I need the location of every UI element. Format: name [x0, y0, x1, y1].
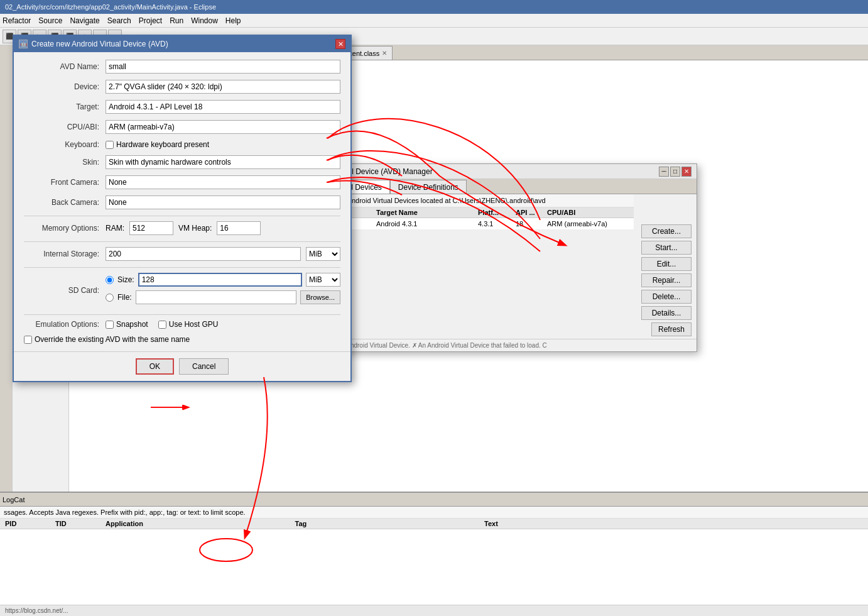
logcat-col-pid: PID — [5, 520, 55, 527]
avd-target-select-wrapper: Android 4.3.1 - API Level 18 — [106, 100, 340, 114]
avdmgr-table-header: ame Target Name Platf... API ... CPU/ABI — [321, 207, 634, 218]
avd-keyboard-label: Keyboard: — [24, 140, 106, 149]
avd-divider-2 — [24, 241, 340, 242]
logcat-col-app: Application — [106, 520, 295, 527]
avd-browse-button[interactable]: Browse... — [300, 290, 340, 304]
avd-emulation-row: Emulation Options: Snapshot Use Host GPU — [24, 320, 340, 329]
avd-sdcard-size-input[interactable] — [138, 273, 302, 287]
status-bar: https://blog.csdn.net/... — [0, 605, 868, 616]
avd-ram-input[interactable] — [129, 221, 173, 235]
logcat-col-text: Text — [484, 520, 863, 527]
avd-backcam-select-wrapper: None — [106, 195, 340, 209]
avd-sdcard-label: SD Card: — [24, 286, 106, 295]
avdmgr-details-btn[interactable]: Details... — [641, 306, 692, 320]
avd-sdcard-mib-select[interactable]: MiB — [306, 273, 340, 287]
logcat-top-bar: LogCat — [0, 493, 868, 507]
logcat-filter-text: ssages. Accepts Java regexes. Prefix wit… — [4, 509, 246, 516]
avd-vmheap-input[interactable] — [217, 221, 261, 235]
avd-sdcard-size-radio[interactable] — [106, 276, 114, 284]
avdmgr-header-cpu: CPU/ABI — [547, 209, 629, 216]
avdmgr-path-text: xisting Android Virtual Devices located … — [321, 194, 634, 207]
avd-target-label: Target: — [24, 102, 106, 111]
avdmgr-delete-btn[interactable]: Delete... — [641, 290, 692, 304]
menu-search[interactable]: Search — [107, 16, 131, 25]
avdmgr-close-btn[interactable]: ✕ — [681, 167, 692, 177]
avdmgr-row-cpu: ARM (armeabi-v7a) — [547, 220, 629, 228]
avd-backcam-row: Back Camera: None — [24, 195, 340, 209]
avdmgr-table-row-1[interactable]: heng Android 4.3.1 4.3.1 18 ARM (armeabi… — [321, 218, 634, 230]
avdmgr-dialog: d Virtual Device (AVD) Manager ─ □ ✕ Vir… — [320, 163, 697, 352]
menu-navigate[interactable]: Navigate — [70, 16, 99, 25]
avd-ok-button[interactable]: OK — [136, 358, 174, 375]
avd-backcam-label: Back Camera: — [24, 198, 106, 207]
avd-hostgpu-checkbox[interactable] — [158, 321, 166, 329]
menu-project[interactable]: Project — [139, 16, 162, 25]
avd-internal-mib-select[interactable]: MiB — [306, 247, 340, 261]
avd-cancel-button[interactable]: Cancel — [179, 358, 229, 375]
avd-internal-storage-input[interactable] — [106, 247, 301, 261]
avd-keyboard-checkbox[interactable] — [106, 141, 114, 149]
avd-name-label: AVD Name: — [24, 62, 106, 71]
menu-refactor[interactable]: Refactor — [3, 16, 31, 25]
avd-internal-storage-row: Internal Storage: MiB — [24, 247, 340, 261]
avd-hostgpu-label: Use Host GPU — [158, 320, 219, 329]
avd-frontcam-row: Front Camera: None — [24, 175, 340, 189]
avd-divider-4 — [24, 314, 340, 315]
avd-snapshot-label: Snapshot — [106, 320, 148, 329]
avd-skin-label: Skin: — [24, 158, 106, 167]
avd-backcam-select[interactable]: None — [106, 195, 340, 209]
avd-create-dialog: 🤖 Create new Android Virtual Device (AVD… — [13, 35, 352, 382]
avdmgr-header-target: Target Name — [376, 209, 478, 216]
avdmgr-maximize-btn[interactable]: □ — [670, 167, 680, 177]
avdmgr-footer-text: airable Android Virtual Device. ✗ An And… — [326, 342, 692, 349]
avd-frontcam-select[interactable]: None — [106, 175, 340, 189]
avd-skin-select[interactable]: Skin with dynamic hardware controls — [106, 155, 340, 169]
avd-snapshot-checkbox[interactable] — [106, 321, 114, 329]
avdmgr-refresh-btn[interactable]: Refresh — [651, 322, 692, 336]
avdmgr-create-btn[interactable]: Create... — [641, 224, 692, 238]
avdmgr-refresh-row: Refresh — [321, 320, 692, 339]
avd-keyboard-checkbox-label: Hardware keyboard present — [106, 140, 209, 149]
menu-run[interactable]: Run — [170, 16, 183, 25]
logcat-tab-label[interactable]: LogCat — [3, 496, 24, 503]
avd-divider-1 — [24, 216, 340, 216]
avd-ram-label: RAM: — [106, 224, 124, 233]
avd-sdcard-section: Size: MiB File: Browse... — [106, 273, 340, 308]
avd-override-checkbox[interactable] — [24, 336, 32, 344]
avd-sdcard-file-label: File: — [117, 293, 132, 302]
avdmgr-row-target: Android 4.3.1 — [376, 220, 478, 228]
avdmgr-side-buttons: Create... Start... Edit... Repair... Del… — [641, 224, 692, 320]
avdmgr-edit-btn[interactable]: Edit... — [641, 257, 692, 271]
avd-skin-row: Skin: Skin with dynamic hardware control… — [24, 155, 340, 169]
avdmgr-minimize-btn[interactable]: ─ — [659, 167, 669, 177]
avd-target-select[interactable]: Android 4.3.1 - API Level 18 — [106, 100, 340, 114]
avd-device-select-wrapper: 2.7" QVGA slider (240 × 320: ldpi) — [106, 80, 340, 94]
avd-override-text: Override the existing AVD with the same … — [35, 335, 190, 344]
avdmgr-start-btn[interactable]: Start... — [641, 241, 692, 255]
avd-sdcard-row: SD Card: Size: MiB File: Browse... — [24, 273, 340, 308]
title-bar: 02_Activity/src/com/itzheng/app02_activi… — [0, 0, 868, 14]
menu-help[interactable]: Help — [225, 16, 241, 25]
avd-device-select[interactable]: 2.7" QVGA slider (240 × 320: ldpi) — [106, 80, 340, 94]
avd-snapshot-text: Snapshot — [116, 320, 148, 329]
avd-target-row: Target: Android 4.3.1 - API Level 18 — [24, 100, 340, 114]
logcat-wrapper: LogCat ssages. Accepts Java regexes. Pre… — [0, 492, 868, 605]
avd-skin-select-wrapper: Skin with dynamic hardware controls — [106, 155, 340, 169]
avd-divider-3 — [24, 267, 340, 268]
tab-intent-close[interactable]: ✕ — [382, 50, 387, 57]
logcat-filter-bar: ssages. Accepts Java regexes. Prefix wit… — [0, 507, 868, 519]
avdmgr-footer: airable Android Virtual Device. ✗ An And… — [321, 339, 697, 351]
menu-source[interactable]: Source — [38, 16, 62, 25]
avdmgr-footer-content: airable Android Virtual Device. ✗ An And… — [326, 342, 547, 349]
avd-dialog-close[interactable]: ✕ — [335, 39, 345, 49]
avd-name-input[interactable] — [106, 60, 340, 74]
menu-window[interactable]: Window — [191, 16, 218, 25]
logcat-column-headers: PID TID Application Tag Text — [0, 519, 868, 529]
avd-cpu-select[interactable]: ARM (armeabi-v7a) — [106, 120, 340, 134]
avd-internal-storage-label: Internal Storage: — [24, 250, 106, 258]
avd-sdcard-file-input[interactable] — [136, 290, 296, 304]
avd-sdcard-file-radio[interactable] — [106, 294, 114, 302]
avd-cpu-select-wrapper: ARM (armeabi-v7a) — [106, 120, 340, 134]
avdmgr-repair-btn[interactable]: Repair... — [641, 273, 692, 287]
avdmgr-tab-device-definitions[interactable]: Device Definitions — [390, 180, 467, 194]
